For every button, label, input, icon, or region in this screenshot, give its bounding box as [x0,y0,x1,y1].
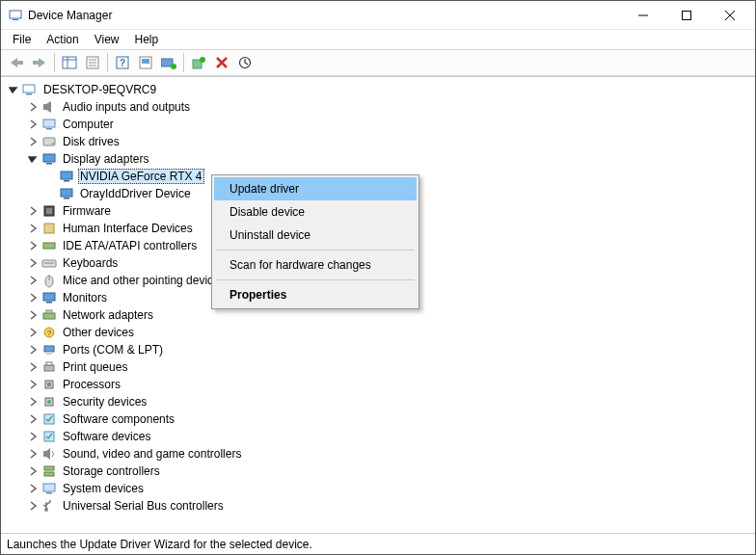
keyboard-icon [41,255,57,271]
tree-category-label[interactable]: Human Interface Devices [61,222,195,235]
context-menu-properties[interactable]: Properties [214,283,417,306]
tree-category-label[interactable]: Other devices [61,326,136,339]
menubar: File Action View Help [1,30,755,49]
context-menu-update-driver[interactable]: Update driver [214,177,417,200]
expand-toggle[interactable] [26,274,40,287]
context-menu-uninstall-device[interactable]: Uninstall device [214,224,417,247]
enable-button[interactable] [157,52,180,73]
tree-category-label[interactable]: Network adapters [61,308,155,322]
expand-toggle[interactable] [26,360,40,374]
context-menu-disable-device[interactable]: Disable device [214,200,417,224]
hid-icon [41,221,57,236]
expand-toggle[interactable] [26,482,40,495]
tree-category-label[interactable]: Sound, video and game controllers [61,447,243,461]
tree-category-label[interactable]: Processors [61,378,122,391]
window-title: Device Manager [28,9,112,22]
menu-action[interactable]: Action [39,32,86,47]
expand-toggle[interactable] [26,430,40,443]
show-hide-tree-button[interactable] [58,52,81,73]
tree-category-label[interactable]: Computer [61,118,116,131]
tree-device-label[interactable]: OrayIddDriver Device [78,187,193,200]
separator [216,279,415,280]
display-icon [41,151,57,167]
svg-rect-8 [63,57,76,68]
expand-toggle[interactable] [26,464,40,478]
help-button[interactable]: ? [111,52,134,73]
expand-toggle[interactable] [26,326,40,339]
svg-rect-27 [26,93,32,95]
maximize-button[interactable] [664,2,708,29]
expand-toggle[interactable] [26,256,40,270]
menu-file[interactable]: File [5,32,39,47]
svg-rect-18 [142,59,149,64]
tree-category-label[interactable]: Mice and other pointing devices [61,274,228,287]
expand-toggle[interactable] [26,204,40,218]
expand-toggle[interactable] [26,239,40,252]
tree-device-label[interactable]: NVIDIA GeForce RTX 4 [78,169,204,184]
tree-category-label[interactable]: Print queues [61,360,129,374]
tree-category-label[interactable]: Ports (COM & LPT) [61,343,165,357]
tree-category-label[interactable]: Software devices [61,430,152,443]
uninstall-button[interactable] [210,52,233,73]
nav-forward-button[interactable] [28,52,51,73]
menu-help[interactable]: Help [127,32,167,47]
svg-rect-49 [43,313,55,319]
properties-button[interactable] [81,52,104,73]
expand-toggle[interactable] [26,395,40,409]
svg-rect-34 [46,163,52,165]
menu-view[interactable]: View [87,32,127,47]
expand-toggle[interactable] [26,308,40,322]
expand-toggle[interactable] [26,291,40,304]
nav-back-button[interactable] [5,52,28,73]
tree-category-label[interactable]: Security devices [61,395,148,409]
expand-toggle[interactable] [7,83,20,96]
tree-category-label[interactable]: Firmware [61,204,113,218]
update-driver-button[interactable] [233,52,256,73]
expand-toggle[interactable] [26,343,40,357]
svg-rect-67 [46,492,52,494]
close-button[interactable] [708,2,751,29]
tree-category-label[interactable]: Software components [61,412,176,426]
expand-toggle[interactable] [26,118,40,131]
software-icon [41,411,57,427]
tree-category-label[interactable]: Storage controllers [61,464,162,478]
expand-toggle[interactable] [26,378,40,391]
tree-category-label[interactable]: Keyboards [61,256,120,270]
mouse-icon [41,273,57,288]
tree-category-label[interactable]: Monitors [61,291,109,304]
expand-toggle[interactable] [26,412,40,426]
separator [183,53,184,72]
context-menu-scan[interactable]: Scan for hardware changes [214,253,417,277]
svg-rect-63 [43,451,46,457]
tree-category-label[interactable]: Universal Serial Bus controllers [61,499,226,513]
expand-toggle[interactable] [26,152,40,166]
expand-toggle[interactable] [26,100,40,114]
tree-category-label[interactable]: Audio inputs and outputs [61,100,192,114]
svg-rect-55 [44,365,54,371]
separator [216,250,415,251]
svg-point-22 [200,57,205,63]
tree-category-label[interactable]: System devices [61,482,146,495]
usb-icon [41,498,57,514]
tree-category-label[interactable]: IDE ATA/ATAPI controllers [61,239,199,252]
disk-icon [41,134,57,149]
port-icon [41,342,57,357]
expand-toggle[interactable] [26,499,40,513]
tree-category-label[interactable]: Disk drives [61,135,122,148]
svg-text:?: ? [120,58,125,68]
scan-button[interactable] [134,52,157,73]
svg-rect-28 [43,104,46,110]
svg-text:?: ? [47,329,52,337]
other-icon: ? [41,325,57,340]
app-icon [9,9,22,22]
tree-category-label[interactable]: Display adapters [61,152,150,166]
add-legacy-button[interactable] [187,52,210,73]
svg-point-60 [47,400,51,404]
svg-rect-56 [46,362,52,365]
statusbar: Launches the Update Driver Wizard for th… [1,533,755,554]
expand-toggle[interactable] [26,447,40,461]
expand-toggle[interactable] [26,222,40,235]
expand-toggle[interactable] [26,135,40,148]
root-node-label[interactable]: DESKTOP-9EQVRC9 [41,83,158,96]
minimize-button[interactable] [621,2,664,29]
